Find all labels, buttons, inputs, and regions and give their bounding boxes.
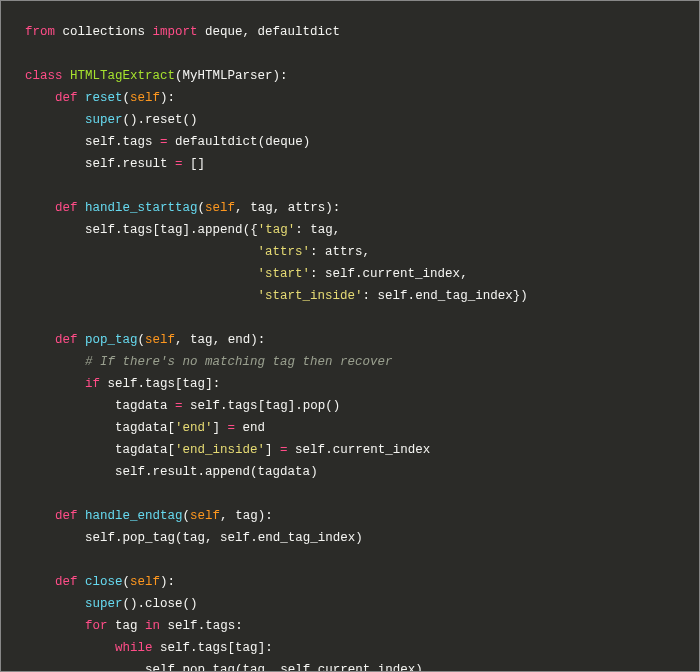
def-reset: reset bbox=[85, 91, 123, 105]
kw-from: from bbox=[25, 25, 55, 39]
def-close: close bbox=[85, 575, 123, 589]
comment: # If there's no matching tag then recove… bbox=[85, 355, 393, 369]
import-names: deque, defaultdict bbox=[205, 25, 340, 39]
param-self: self bbox=[130, 91, 160, 105]
def-handle-endtag: handle_endtag bbox=[85, 509, 183, 523]
base-class: MyHTMLParser bbox=[183, 69, 273, 83]
builtin-super: super bbox=[85, 113, 123, 127]
code-block: from collections import deque, defaultdi… bbox=[1, 1, 699, 672]
class-name: HTMLTagExtract bbox=[70, 69, 175, 83]
kw-import: import bbox=[153, 25, 198, 39]
kw-class: class bbox=[25, 69, 63, 83]
def-handle-starttag: handle_starttag bbox=[85, 201, 198, 215]
def-pop-tag: pop_tag bbox=[85, 333, 138, 347]
kw-def: def bbox=[55, 91, 78, 105]
module-name: collections bbox=[63, 25, 146, 39]
